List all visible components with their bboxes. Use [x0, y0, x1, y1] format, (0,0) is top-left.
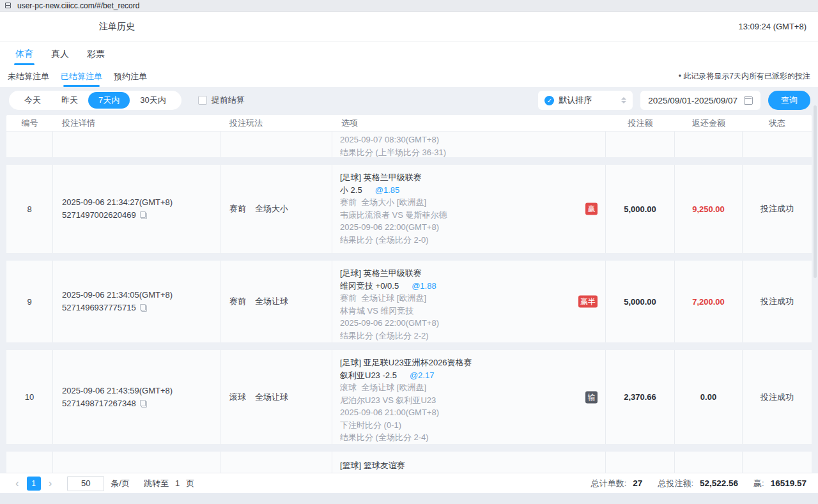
table-header: 编号 投注详情 投注玩法 选项 投注额 返还金额 状态: [6, 115, 812, 132]
pick-line: 叙利亚U23 -2.5@2.17: [340, 369, 577, 382]
jump-page-value[interactable]: 1: [175, 478, 180, 488]
page-unit-label: 页: [186, 478, 194, 489]
payout-amount: 9,250.00: [675, 165, 743, 253]
subtab-reserved[interactable]: 预约注单: [112, 67, 148, 86]
cell-status: [743, 452, 812, 473]
league-name: [篮球] 篮球友谊赛: [340, 459, 577, 472]
option-cell: [足球] 英格兰甲级联赛 小 2.5@1.85 赛前 全场大小 [欧洲盘] 韦康…: [332, 165, 606, 253]
page-url: user-pc-new.ciiicc.com/#/bet_record: [17, 1, 139, 10]
result-score: 结果比分 (全场比分 2-2): [340, 330, 577, 342]
calendar-icon: [744, 96, 753, 105]
page-title: 注单历史: [99, 21, 135, 33]
copy-icon[interactable]: [140, 304, 147, 312]
filter-right-group: ✓ 默认排序 2025/09/01-2025/09/07 查询: [538, 91, 810, 110]
bet-id: 5271496937775715: [62, 302, 136, 314]
per-page-label: 条/页: [111, 478, 130, 489]
cell-no: [6, 452, 53, 473]
play-cell: 赛前 全场让球: [220, 261, 332, 342]
search-button[interactable]: 查询: [768, 91, 810, 110]
bet-detail-cell: 2025-09-06 21:34:27(GMT+8) 5271497002620…: [53, 165, 220, 253]
col-header-payout: 返还金额: [675, 118, 743, 129]
odds-value: @1.85: [375, 185, 400, 195]
cell-detail: [53, 452, 220, 473]
tab-lottery[interactable]: 彩票: [86, 45, 106, 64]
pick-line: 维冈竞技 +0/0.5@1.88: [340, 280, 577, 293]
col-header-play: 投注玩法: [220, 118, 332, 129]
sort-select[interactable]: ✓ 默认排序: [538, 91, 633, 110]
result-score: 结果比分 (上半场比分 36-31): [340, 146, 577, 159]
cell-play: [220, 452, 332, 473]
total-win-value: 16519.57: [771, 478, 806, 488]
match-time: 2025-09-06 21:00(GMT+8): [340, 406, 577, 419]
bottom-strip: [0, 493, 818, 504]
col-header-detail: 投注详情: [53, 118, 220, 129]
cell-status: [743, 132, 812, 157]
play-market: 全场大小: [255, 203, 288, 215]
odds-value: @2.17: [410, 370, 435, 380]
early-settle-checkbox[interactable]: [198, 96, 207, 105]
range-yesterday-button[interactable]: 昨天: [51, 92, 88, 109]
bet-id: 5271497002620469: [62, 209, 136, 222]
total-stake-label: 总投注额:: [658, 478, 693, 489]
option-cell: [足球] 亚足联U23亚洲杯2026资格赛 叙利亚U23 -2.5@2.17 滚…: [332, 350, 606, 444]
copy-icon[interactable]: [140, 400, 147, 408]
result-badge-half-win: 赢半: [578, 296, 598, 308]
stake-amount: 2,370.66: [606, 350, 675, 444]
bet-time: 2025-09-06 21:34:05(GMT+8): [62, 289, 220, 302]
play-cell: 滚球 全场让球: [220, 350, 332, 444]
quick-range-group: 今天 昨天 7天内 30天内: [9, 91, 181, 110]
league-name: [足球] 亚足联U23亚洲杯2026资格赛: [340, 356, 577, 369]
pick-text: 维冈竞技 +0/0.5: [340, 281, 399, 291]
cell-option: 2025-09-07 08:30(GMT+8) 结果比分 (上半场比分 36-3…: [332, 132, 606, 157]
subtab-settled[interactable]: 已结算注单: [59, 67, 104, 86]
next-page-button[interactable]: ›: [45, 478, 56, 489]
prev-page-button[interactable]: ‹: [12, 478, 23, 489]
copy-icon[interactable]: [140, 211, 147, 219]
table-row: 8 2025-09-06 21:34:27(GMT+8) 52714970026…: [6, 165, 812, 253]
bet-id: 5271498717267348: [62, 397, 136, 410]
current-page-button[interactable]: 1: [27, 477, 41, 491]
browser-address-bar[interactable]: user-pc-new.ciiicc.com/#/bet_record: [0, 0, 818, 11]
table-row-partial-top: 2025-09-07 08:30(GMT+8) 结果比分 (上半场比分 36-3…: [6, 132, 812, 157]
col-header-option: 选项: [332, 118, 606, 129]
date-range-value: 2025/09/01-2025/09/07: [648, 96, 737, 105]
bet-time: 2025-09-06 21:34:27(GMT+8): [62, 196, 220, 209]
league-name: [足球] 英格兰甲级联赛: [340, 267, 577, 280]
tab-sports[interactable]: 体育: [14, 45, 35, 64]
live-score: 下注时比分 (0-1): [340, 419, 577, 432]
teams-line: 韦康比流浪者 VS 曼斯菲尔德: [340, 209, 577, 222]
result-badge-lose: 输: [585, 391, 598, 403]
stake-amount: 5,000.00: [606, 165, 675, 253]
table-row: 10 2025-09-06 21:43:59(GMT+8) 5271498717…: [6, 350, 812, 444]
vertical-scrollbar-thumb[interactable]: [814, 105, 817, 278]
table-row: 9 2025-09-06 21:34:05(GMT+8) 52714969377…: [6, 261, 812, 342]
result-score: 结果比分 (全场比分 2-0): [340, 234, 577, 247]
sorter-arrows-icon: [621, 97, 626, 103]
play-period: 滚球: [229, 392, 246, 403]
range-30days-button[interactable]: 30天内: [130, 92, 176, 109]
subtab-unsettled[interactable]: 未结算注单: [6, 67, 50, 86]
total-win-label: 赢:: [753, 478, 764, 489]
play-market: 全场让球: [255, 392, 288, 403]
col-header-stake: 投注额: [606, 118, 675, 129]
payout-amount: 7,200.00: [675, 261, 743, 342]
col-header-no: 编号: [6, 118, 53, 129]
odds-value: @1.88: [412, 281, 436, 291]
table-row-partial-bottom: [篮球] 篮球友谊赛: [6, 452, 812, 473]
date-range-picker[interactable]: 2025/09/01-2025/09/07: [640, 91, 760, 110]
totals-summary: 总计单数: 27 总投注额: 52,522.56 赢: 16519.57: [582, 478, 806, 489]
tab-live[interactable]: 真人: [50, 45, 70, 64]
page-size-input[interactable]: [67, 476, 104, 491]
result-badge-win: 赢: [585, 203, 598, 215]
early-settle-label: 提前结算: [212, 95, 245, 106]
result-score: 结果比分 (全场比分 2-4): [340, 431, 577, 444]
cell-stake: [606, 452, 675, 473]
early-settle-filter[interactable]: 提前结算: [198, 95, 245, 106]
play-period: 赛前: [229, 203, 246, 215]
cell-payout: [675, 132, 743, 157]
range-today-button[interactable]: 今天: [14, 92, 51, 109]
range-7days-button[interactable]: 7天内: [88, 92, 130, 109]
cell-stake: [606, 132, 675, 157]
teams-line: 尼泊尔U23 VS 叙利亚U23: [340, 394, 577, 407]
payout-amount: 0.00: [675, 350, 743, 444]
